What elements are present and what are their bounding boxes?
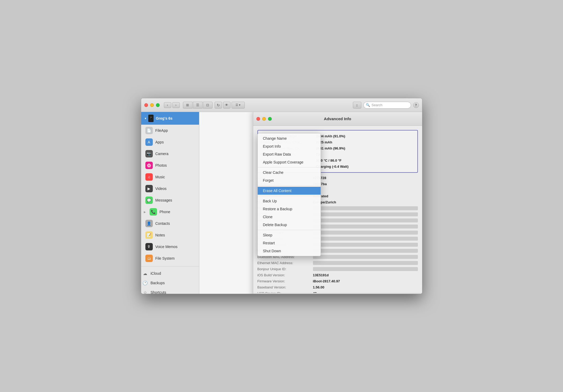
menu-separator <box>258 167 321 167</box>
battery-charge-cycles-value: 73 <box>316 152 415 156</box>
battery-state-value: Charging (-0.4 Watt) <box>316 165 415 169</box>
battery-effective-max-value: 2641 mAh (96.9%) <box>316 146 415 150</box>
toolbar-views: ⊞ ☰ ⊡ <box>183 102 213 109</box>
help-button[interactable]: ? <box>413 102 419 108</box>
info-value-15: •••••••••••••••••••••••••••• <box>313 267 418 271</box>
info-row-16: iOS Build Version:13E5191d <box>257 272 418 278</box>
sidebar-item-camera-label: Camera <box>155 152 169 156</box>
menu-item-shut-down[interactable]: Shut Down <box>258 247 321 255</box>
info-value-14: ••:••:••:••:••:•• <box>313 261 418 265</box>
sidebar-item-photos[interactable]: 🌸Photos <box>141 160 199 171</box>
menu-item-apple-support[interactable]: Apple Support Coverage <box>258 158 321 166</box>
sidebar-device[interactable]: ▼ 📱 Greg's 6s <box>141 112 199 125</box>
info-value-17: iBoot-2817.40.97 <box>313 279 418 283</box>
info-label-14: Ethernet MAC Address: <box>257 261 313 265</box>
sidebar-item-camera[interactable]: 📷Camera <box>141 148 199 160</box>
sidebar-item-fileapp[interactable]: 📄FileApp <box>141 125 199 136</box>
music-icon: ♫ <box>145 173 153 181</box>
info-value-8: •••••••••••••••• <box>313 225 418 228</box>
info-label-16: iOS Build Version: <box>257 273 313 277</box>
toolbar-right: ↕ 🔍 Search ? <box>353 102 419 109</box>
menu-item-forget[interactable]: Forget <box>258 176 321 184</box>
icloud-icon: ☁ <box>142 270 148 276</box>
panel-title: Advanced Info <box>324 116 351 121</box>
panel-close-button[interactable] <box>256 117 260 121</box>
sidebar-item-fileapp-label: FileApp <box>155 128 168 133</box>
info-row-15: Bonjour Unique ID:••••••••••••••••••••••… <box>257 266 418 272</box>
info-value-13: ••:••:••:••:••:•• <box>313 255 418 259</box>
sidebar-item-apps-label: Apps <box>155 140 164 144</box>
info-value-6: •••••••••••••••• <box>313 212 418 216</box>
messages-icon: 💬 <box>145 197 153 204</box>
sidebar-item-music-label: Music <box>155 175 165 179</box>
maximize-button[interactable] <box>156 103 160 107</box>
sidebar-item-videos[interactable]: ▶Videos <box>141 183 199 194</box>
sidebar-section-shortcuts[interactable]: ☆Shortcuts <box>141 288 199 294</box>
info-value-12: ••:••:••:••:••:•• <box>313 249 418 253</box>
refresh-button[interactable]: ↻ <box>215 102 222 109</box>
sidebar: ▼ 📱 Greg's 6s 📄FileAppAApps📷Camera🌸Photo… <box>141 112 199 294</box>
window-controls <box>144 103 160 107</box>
sidebar-item-phone[interactable]: ▶📞Phone <box>141 206 199 218</box>
sidebar-section-backups[interactable]: 🕐Backups <box>141 278 199 288</box>
menu-item-clone[interactable]: Clone <box>258 213 321 221</box>
info-value-0: #272728 <box>313 176 418 180</box>
minimize-button[interactable] <box>150 103 154 107</box>
menu-item-export-info[interactable]: Export Info <box>258 142 321 150</box>
sidebar-item-filesystem[interactable]: 🗂File System <box>141 253 199 264</box>
info-label-17: Firmware Version: <box>257 279 313 283</box>
apps-icon: A <box>145 138 153 146</box>
back-button[interactable]: ‹ <box>164 102 171 108</box>
eye-button[interactable]: 👁 <box>223 102 230 109</box>
list-view-button[interactable]: ☰ <box>193 102 202 109</box>
sidebar-item-music[interactable]: ♫Music <box>141 171 199 183</box>
sidebar-item-videos-label: Videos <box>155 186 167 191</box>
menu-item-back-up[interactable]: Back Up <box>258 197 321 205</box>
menu-item-clear-cache[interactable]: Clear Cache <box>258 169 321 176</box>
close-button[interactable] <box>144 103 148 107</box>
menu-item-export-raw-data[interactable]: Export Raw Data <box>258 150 321 158</box>
sidebar-item-notes[interactable]: 📝Notes <box>141 229 199 241</box>
info-row-14: Ethernet MAC Address:••:••:••:••:••:•• <box>257 260 418 266</box>
backups-icon: 🕐 <box>142 280 148 286</box>
menu-separator <box>258 230 321 230</box>
context-menu: Change NameExport InfoExport Raw DataApp… <box>257 133 321 256</box>
sidebar-item-filesystem-label: File System <box>155 256 175 260</box>
sidebar-item-contacts[interactable]: 👤Contacts <box>141 218 199 229</box>
menu-item-delete-backup[interactable]: Delete Backup <box>258 221 321 229</box>
battery-temperature-value: 30.0 °C / 86.0 °F <box>316 158 415 162</box>
sidebar-section-icloud-label: iCloud <box>151 271 161 276</box>
info-row-19: USB Device ID:48 <box>257 290 418 293</box>
info-value-5: •••••••••••••••• <box>313 206 418 210</box>
forward-button[interactable]: › <box>172 102 180 108</box>
sidebar-item-voicememos[interactable]: 🎙Voice Memos <box>141 241 199 253</box>
sidebar-section-backups-label: Backups <box>151 281 165 285</box>
sort-button[interactable]: ↕ <box>353 102 361 109</box>
menu-item-sleep[interactable]: Sleep <box>258 231 321 239</box>
camera-icon: 📷 <box>145 150 153 157</box>
panel-minimize-button[interactable] <box>262 117 266 121</box>
grid-view-button[interactable]: ⊞ <box>183 102 192 109</box>
sidebar-items: 📄FileAppAApps📷Camera🌸Photos♫Music▶Videos… <box>141 125 199 264</box>
menu-separator <box>258 196 321 196</box>
phone-expand-icon: ▶ <box>144 211 146 213</box>
panel-footer: Export Info <box>253 293 422 294</box>
menu-item-restart[interactable]: Restart <box>258 239 321 247</box>
videos-icon: ▶ <box>145 185 153 192</box>
menu-separator <box>258 185 321 186</box>
battery-design-max-value: 2725 mAh <box>316 140 415 144</box>
sidebar-section-icloud[interactable]: ☁iCloud <box>141 269 199 278</box>
menu-item-erase-all[interactable]: Erase All Content <box>258 187 321 195</box>
sidebar-item-messages[interactable]: 💬Messages <box>141 194 199 206</box>
sidebar-item-voicememos-label: Voice Memos <box>155 245 178 249</box>
menu-item-restore-backup[interactable]: Restore a Backup <box>258 205 321 213</box>
menu-button[interactable]: ☰ ▾ <box>232 102 245 109</box>
search-box[interactable]: 🔍 Search <box>363 102 411 109</box>
voicememos-icon: 🎙 <box>145 243 153 250</box>
content-area: ▼ 📱 Greg's 6s 📄FileAppAApps📷Camera🌸Photo… <box>141 112 422 294</box>
coverflow-view-button[interactable]: ⊡ <box>203 102 213 109</box>
menu-item-change-name[interactable]: Change Name <box>258 134 321 142</box>
sidebar-section-shortcuts-label: Shortcuts <box>151 290 166 294</box>
sidebar-item-apps[interactable]: AApps <box>141 136 199 148</box>
panel-maximize-button[interactable] <box>268 117 272 121</box>
